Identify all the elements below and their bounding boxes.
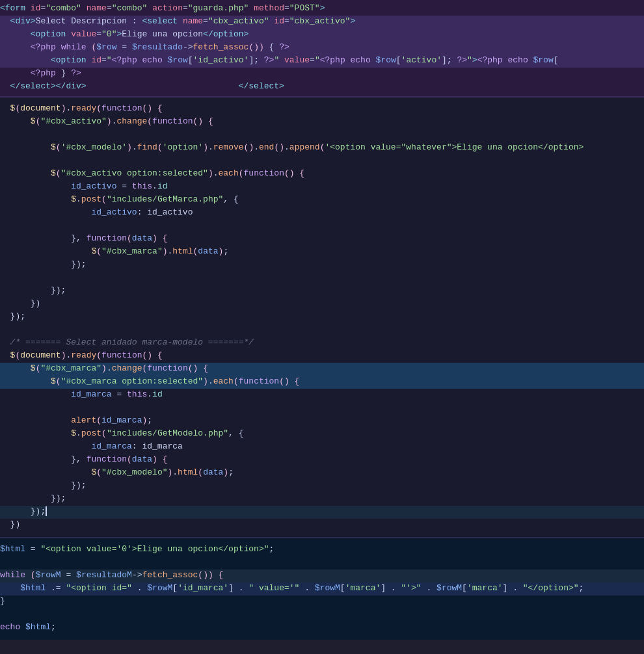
code-line: [0, 556, 644, 569]
php-panel-bottom: $html = "<option value='0'>Elige una opc…: [0, 538, 644, 640]
code-line: [0, 220, 644, 233]
code-line: <form id="combo" name="combo" action="gu…: [0, 3, 644, 16]
code-line: <option value="0">Elige una opcion</opti…: [0, 29, 644, 42]
code-line: [0, 155, 644, 168]
code-line: id_activo = this.id: [0, 181, 644, 194]
code-line: }): [0, 519, 644, 532]
code-line: $("#cbx_marca").html(data);: [0, 246, 644, 259]
code-line: id_marca: id_marca: [0, 441, 644, 454]
code-line: </select></div> </select>: [0, 81, 644, 94]
code-line: }, function(data) {: [0, 454, 644, 467]
code-line: $("#cbx_activo option:selected").each(fu…: [0, 168, 644, 181]
code-line: /* ======= Select anidado marca-modelo =…: [0, 337, 644, 350]
code-line: [0, 129, 644, 142]
code-line: <?php while ($row = $resultado->fetch_as…: [0, 42, 644, 55]
code-line: while ($rowM = $resultadoM->fetch_assoc(…: [0, 569, 644, 582]
js-panel-middle: $(document).ready(function() { $("#cbx_a…: [0, 98, 644, 538]
code-line: });: [0, 493, 644, 506]
code-line: echo $html;: [0, 621, 644, 634]
code-line: $("#cbx_modelo").html(data);: [0, 467, 644, 480]
php-panel-top: <form id="combo" name="combo" action="gu…: [0, 0, 644, 98]
code-line: $html .= "<option id=" . $rowM['id_marca…: [0, 582, 644, 595]
code-line: $(document).ready(function() {: [0, 103, 644, 116]
code-line: alert(id_marca);: [0, 415, 644, 428]
code-line: <div>Select Descripcion : <select name="…: [0, 16, 644, 29]
code-line: }, function(data) {: [0, 233, 644, 246]
code-line: $("#cbx_activo").change(function() {: [0, 116, 644, 129]
code-line: }): [0, 298, 644, 311]
code-line: });: [0, 480, 644, 493]
code-line: });: [0, 506, 644, 519]
code-line: <option id="<?php echo $row['id_activo']…: [0, 55, 644, 68]
code-line: <?php } ?>: [0, 68, 644, 81]
code-line: $("#cbx_marca").change(function() {: [0, 363, 644, 376]
code-line: [0, 324, 644, 337]
code-line: id_activo: id_activo: [0, 207, 644, 220]
code-line: [0, 608, 644, 621]
code-line: [0, 402, 644, 415]
code-line: $.post("includes/GetModelo.php", {: [0, 428, 644, 441]
code-line: id_marca = this.id: [0, 389, 644, 402]
code-line: [0, 272, 644, 285]
code-line: $.post("includes/GetMarca.php", {: [0, 194, 644, 207]
code-line: });: [0, 285, 644, 298]
code-editor: <form id="combo" name="combo" action="gu…: [0, 0, 644, 640]
code-line: $html = "<option value='0'>Elige una opc…: [0, 543, 644, 556]
code-line: $("#cbx_marca option:selected").each(fun…: [0, 376, 644, 389]
code-line: }: [0, 595, 644, 608]
code-line: $(document).ready(function() {: [0, 350, 644, 363]
code-line: $('#cbx_modelo').find('option').remove()…: [0, 142, 644, 155]
code-line: });: [0, 259, 644, 272]
code-line: });: [0, 311, 644, 324]
